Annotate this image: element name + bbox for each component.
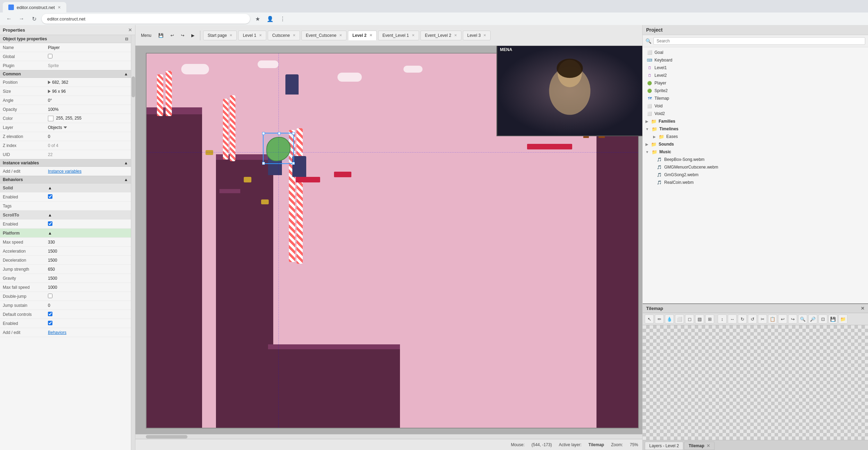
bookmark-button[interactable]: ★	[253, 14, 262, 24]
tab-level3[interactable]: Level 3 ✕	[463, 31, 491, 40]
size-expand-arrow[interactable]	[48, 90, 51, 93]
common-section-divider[interactable]: Common ▲	[0, 70, 131, 78]
prop-jump-strength-value[interactable]: 650	[48, 267, 128, 272]
prop-gravity-value[interactable]: 1500	[48, 276, 128, 281]
tilemap-tool-fill[interactable]: 💧	[665, 314, 674, 324]
undo-button[interactable]: ↩	[168, 30, 177, 41]
tab-level3-close[interactable]: ✕	[483, 33, 486, 37]
tilemap-tool-open[interactable]: 📁	[838, 314, 848, 324]
browser-tab[interactable]: editor.construct.net ✕	[3, 2, 66, 13]
horizontal-scrollbar[interactable]	[135, 434, 642, 439]
tilemap-tool-undo[interactable]: ↩	[778, 314, 787, 324]
properties-scroll-thumb[interactable]	[132, 76, 135, 97]
scrollbar-thumb-h[interactable]	[146, 435, 187, 439]
tree-item-realcoin[interactable]: 🎵 RealCoin.webm	[643, 179, 868, 186]
tab-start-page-close[interactable]: ✕	[229, 33, 232, 37]
search-input[interactable]	[653, 37, 865, 45]
redo-button[interactable]: ↪	[178, 30, 187, 41]
sel-handle-tl[interactable]	[262, 132, 265, 135]
properties-panel-close[interactable]: ✕	[128, 27, 132, 33]
scrollto-enabled-checkbox[interactable]	[48, 221, 52, 226]
tab-close-icon[interactable]: ✕	[58, 5, 61, 10]
tab-level2-close[interactable]: ✕	[369, 33, 372, 37]
tilemap-tool-cut[interactable]: ✂	[758, 314, 767, 324]
properties-scroll-track[interactable]	[131, 35, 135, 450]
tree-item-void[interactable]: ⬜ Void	[643, 102, 868, 110]
tab-level1-close[interactable]: ✕	[259, 33, 262, 37]
prop-jump-sustain-value[interactable]: 0	[48, 303, 128, 308]
position-expand-arrow[interactable]	[48, 81, 51, 84]
tab-level2[interactable]: Level 2 ✕	[348, 31, 377, 40]
color-swatch[interactable]	[48, 116, 53, 121]
tree-item-families[interactable]: ▶ 📁 Families	[643, 117, 868, 125]
tilemap-tool-zoom-fit[interactable]: ⊡	[818, 314, 827, 324]
bottom-tab-layers[interactable]: Layers - Level 2	[645, 442, 683, 450]
tilemap-tool-select[interactable]: ▧	[695, 314, 704, 324]
behaviors-section-divider[interactable]: Behaviors ▲	[0, 176, 131, 183]
prop-acceleration-value[interactable]: 1500	[48, 249, 128, 254]
tilemap-tool-hflip[interactable]: ↔	[728, 314, 737, 324]
tree-item-keyboard[interactable]: ⌨ Keyboard	[643, 56, 868, 64]
tilemap-tool-erase[interactable]: ◻	[685, 314, 694, 324]
save-button[interactable]: 💾	[156, 30, 166, 41]
global-checkbox[interactable]	[48, 54, 52, 58]
tab-cutscene-close[interactable]: ✕	[293, 33, 295, 37]
tab-start-page[interactable]: Start page ✕	[203, 31, 237, 40]
tree-item-timelines[interactable]: ▼ 📁 Timelines	[643, 125, 868, 133]
prop-max-speed-value[interactable]: 330	[48, 240, 128, 245]
instance-vars-section-divider[interactable]: Instance variables ▲	[0, 159, 131, 167]
tab-event-level2[interactable]: Event_Level 2 ✕	[420, 31, 461, 40]
tilemap-tool-redo[interactable]: ↪	[788, 314, 797, 324]
tilemap-tool-pointer[interactable]: ↖	[645, 314, 654, 324]
behaviors-link[interactable]: Behaviors	[48, 330, 66, 335]
tree-item-gmgsong2[interactable]: 🎵 GmGSong2.webm	[643, 171, 868, 179]
back-button[interactable]: ←	[4, 14, 14, 24]
tree-item-level1[interactable]: 🗒 Level1	[643, 64, 868, 72]
tree-item-music[interactable]: ▼ 📁 Music	[643, 148, 868, 156]
tree-item-eases[interactable]: ▶ 📁 Eases	[643, 133, 868, 140]
tree-item-goal[interactable]: ⬜ Goal	[643, 49, 868, 56]
tilemap-tool-copy[interactable]: 📋	[768, 314, 777, 324]
reload-button[interactable]: ↻	[29, 14, 39, 24]
tilemap-tool-grid[interactable]: ⊞	[705, 314, 714, 324]
tilemap-tool-rotate-ccw[interactable]: ↺	[748, 314, 757, 324]
solid-enabled-checkbox[interactable]	[48, 194, 52, 199]
tree-item-gmgmenu[interactable]: 🎵 GMGMenuorCutscene.webm	[643, 163, 868, 171]
double-jump-checkbox[interactable]	[48, 294, 52, 298]
sel-handle-bl[interactable]	[262, 162, 265, 165]
tree-item-beepbox[interactable]: 🎵 BeepBox-Song.webm	[643, 156, 868, 163]
tree-item-level2[interactable]: 🗒 Level2	[643, 72, 868, 79]
tilemap-tool-vflip[interactable]: ↕	[718, 314, 727, 324]
filter-icon[interactable]: ⊟	[125, 37, 128, 41]
tab-event-cutscene-close[interactable]: ✕	[339, 33, 342, 37]
prop-max-fall-speed-value[interactable]: 1000	[48, 285, 128, 290]
tilemap-tool-zoom-in[interactable]: 🔍	[798, 314, 807, 324]
tab-event-level2-close[interactable]: ✕	[454, 33, 457, 37]
tilemap-tool-zoom-out[interactable]: 🔎	[808, 314, 817, 324]
sel-handle-tr[interactable]	[292, 132, 295, 135]
default-controls-checkbox[interactable]	[48, 312, 52, 316]
tree-item-void2[interactable]: ⬜ Void2	[643, 110, 868, 117]
tree-item-player[interactable]: 🟢 Player	[643, 79, 868, 87]
tab-event-level1-close[interactable]: ✕	[412, 33, 415, 37]
layer-dropdown-arrow[interactable]	[64, 126, 67, 129]
address-bar[interactable]	[42, 14, 250, 24]
tilemap-tool-save[interactable]: 💾	[828, 314, 837, 324]
play-button[interactable]: ▶	[189, 30, 197, 41]
tilemap-close-button[interactable]: ✕	[861, 306, 865, 311]
tab-level1[interactable]: Level 1 ✕	[238, 31, 266, 40]
menu-button[interactable]: ⋮	[278, 14, 287, 24]
tilemap-tool-rotate-cw[interactable]: ↻	[738, 314, 747, 324]
menu-button[interactable]: Menu	[138, 30, 154, 41]
instance-variables-link[interactable]: Instance variables	[48, 169, 82, 174]
bottom-tab-tilemap-close[interactable]: ✕	[707, 443, 710, 448]
canvas-area[interactable]: MENA	[135, 46, 642, 439]
tilemap-canvas[interactable]	[643, 325, 868, 440]
platform-enabled-checkbox[interactable]	[48, 321, 52, 325]
prop-deceleration-value[interactable]: 1500	[48, 258, 128, 263]
forward-button[interactable]: →	[17, 14, 26, 24]
tilemap-tool-rect[interactable]: ⬜	[675, 314, 684, 324]
tilemap-tool-pencil[interactable]: ✏	[655, 314, 664, 324]
sel-handle-br[interactable]	[292, 162, 295, 165]
tree-item-sprite2[interactable]: 🟢 Sprite2	[643, 87, 868, 95]
